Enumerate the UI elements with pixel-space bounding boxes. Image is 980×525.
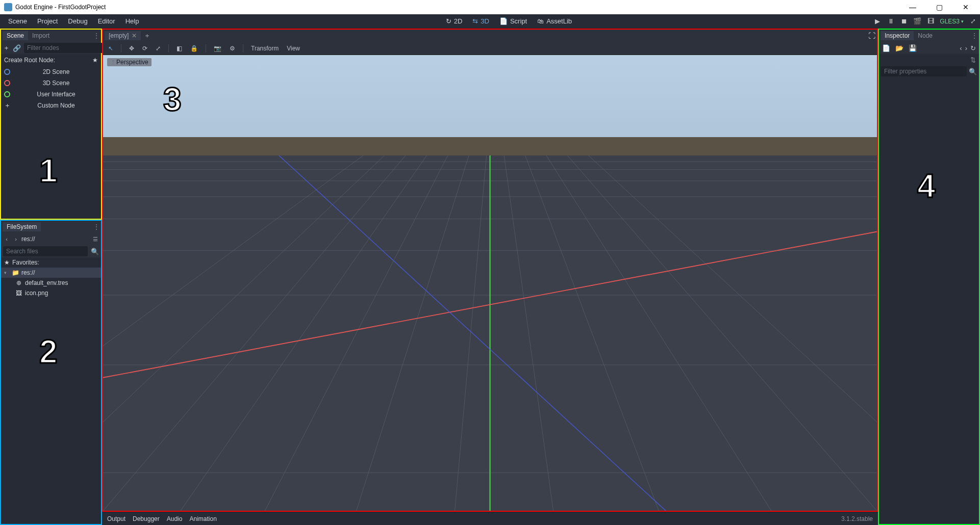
tab-filesystem[interactable]: FileSystem xyxy=(3,222,41,231)
favorite-icon[interactable]: ★ xyxy=(92,57,98,64)
svg-line-8 xyxy=(567,155,877,511)
3d-icon: ⇆ xyxy=(472,17,478,25)
play-scene-button[interactable]: 🎬 xyxy=(913,17,921,25)
maximize-button[interactable]: ▢ xyxy=(929,0,949,14)
workspace-3d-button[interactable]: ⇆3D xyxy=(468,16,493,26)
expand-icon[interactable]: ⤢ xyxy=(969,17,977,25)
tab-scene[interactable]: Scene xyxy=(3,31,28,40)
svg-line-0 xyxy=(103,155,406,511)
2d-icon: ↻ xyxy=(446,17,451,25)
pause-button[interactable]: ⏸ xyxy=(887,17,895,25)
renderer-dropdown[interactable]: GLES3 ▾ xyxy=(940,18,964,25)
gizmo-tool[interactable]: ⚙ xyxy=(228,44,237,53)
search-files-icon[interactable]: 🔍 xyxy=(91,248,99,255)
annotation-2: 2 xyxy=(39,333,58,371)
file-icon-png[interactable]: 🖼icon.png xyxy=(1,288,101,298)
viewport-panel: [empty] ✕ ＋ ⛶ ↖ ✥ ⟳ ⤢ ◧ 🔒 📷 xyxy=(102,29,878,512)
path-display: res:// xyxy=(21,235,90,243)
bottom-audio[interactable]: Audio xyxy=(167,515,183,522)
drag-handle-icon: ⋮ xyxy=(110,59,115,66)
scale-tool[interactable]: ⤢ xyxy=(154,44,163,53)
history-icon[interactable]: ↻ xyxy=(970,44,976,52)
svg-line-6 xyxy=(525,155,659,511)
image-icon: 🖼 xyxy=(15,290,22,297)
new-tab-button[interactable]: ＋ xyxy=(144,31,150,40)
new-resource-icon[interactable]: 📄 xyxy=(882,44,890,52)
favorites-section[interactable]: ★Favorites: xyxy=(1,257,101,268)
split-mode-button[interactable]: ☰ xyxy=(92,236,99,243)
minimize-button[interactable]: — xyxy=(902,0,923,14)
inspector-menu-icon[interactable]: ⋮ xyxy=(971,32,977,40)
menu-bar: Scene Project Debug Editor Help ↻2D ⇆3D … xyxy=(0,14,980,29)
workspace-script-button[interactable]: 📄Script xyxy=(495,16,531,26)
annotation-4: 4 xyxy=(917,167,936,205)
3d-viewport[interactable]: ⋮ Perspective xyxy=(103,55,877,511)
path-forward-button[interactable]: › xyxy=(12,236,19,242)
bottom-animation[interactable]: Animation xyxy=(189,515,216,522)
tree-twist-icon: ▾ xyxy=(4,270,9,275)
scene-panel-menu-icon[interactable]: ⋮ xyxy=(93,32,99,40)
filter-properties-input[interactable] xyxy=(881,66,967,76)
root-3d-scene[interactable]: 3D Scene xyxy=(1,77,101,89)
ground-grid xyxy=(103,155,877,511)
root-custom-node[interactable]: ＋Custom Node xyxy=(1,100,101,111)
transform-menu[interactable]: Transform xyxy=(249,44,281,53)
workspace-assetlib-button[interactable]: 🛍AssetLib xyxy=(533,16,576,26)
tab-import[interactable]: Import xyxy=(28,31,54,40)
stop-button[interactable]: ⏹ xyxy=(900,17,908,25)
search-files-input[interactable] xyxy=(3,246,88,256)
horizon-line xyxy=(103,137,877,155)
perspective-button[interactable]: ⋮ Perspective xyxy=(107,58,152,66)
svg-line-10 xyxy=(103,155,385,422)
filesystem-menu-icon[interactable]: ⋮ xyxy=(93,223,99,231)
filter-nodes-input[interactable] xyxy=(24,43,107,53)
resource-icon: ⊕ xyxy=(15,279,22,286)
menu-debug[interactable]: Debug xyxy=(63,14,92,28)
window-title: Godot Engine - FirstGodotProject xyxy=(15,4,902,11)
svg-line-4 xyxy=(455,155,487,511)
inspector-panel: Inspector Node ⋮ 📄 📂 💾 ‹ › ↻ ⇅ xyxy=(878,29,980,525)
file-default-env[interactable]: ⊕default_env.tres xyxy=(1,278,101,288)
menu-editor[interactable]: Editor xyxy=(93,14,120,28)
svg-line-2 xyxy=(265,155,448,511)
play-custom-button[interactable]: 🎞 xyxy=(926,17,935,25)
filter-search-icon[interactable]: 🔍 xyxy=(969,68,977,75)
bottom-output[interactable]: Output xyxy=(107,515,125,522)
menu-project[interactable]: Project xyxy=(32,14,63,28)
tab-node[interactable]: Node xyxy=(914,31,937,40)
select-tool[interactable]: ↖ xyxy=(106,44,115,53)
tree-root-res[interactable]: ▾📁res:// xyxy=(1,268,101,278)
root-user-interface[interactable]: User Interface xyxy=(1,89,101,100)
scene-tab-empty[interactable]: [empty] ✕ xyxy=(105,31,141,40)
svg-line-1 xyxy=(181,155,427,511)
snap-tool[interactable]: 🔒 xyxy=(188,44,200,53)
root-2d-scene[interactable]: 2D Scene xyxy=(1,66,101,77)
rotate-tool[interactable]: ⟳ xyxy=(140,44,149,53)
svg-line-3 xyxy=(356,155,469,511)
play-button[interactable]: ▶ xyxy=(873,17,882,25)
menu-help[interactable]: Help xyxy=(120,14,144,28)
path-back-button[interactable]: ‹ xyxy=(3,236,10,242)
history-back-icon[interactable]: ‹ xyxy=(960,44,962,52)
history-forward-icon[interactable]: › xyxy=(965,44,967,52)
close-tab-icon[interactable]: ✕ xyxy=(132,32,137,39)
object-properties-icon[interactable]: ⇅ xyxy=(970,56,976,64)
tab-inspector[interactable]: Inspector xyxy=(881,31,914,40)
close-button[interactable]: ✕ xyxy=(956,0,976,14)
local-space-tool[interactable]: ◧ xyxy=(174,44,184,53)
annotation-1: 1 xyxy=(39,152,58,190)
save-resource-icon[interactable]: 💾 xyxy=(909,44,917,52)
menu-scene[interactable]: Scene xyxy=(3,14,32,28)
distraction-free-button[interactable]: ⛶ xyxy=(868,32,875,40)
move-tool[interactable]: ✥ xyxy=(127,44,136,53)
workspace-2d-button[interactable]: ↻2D xyxy=(442,16,467,26)
load-resource-icon[interactable]: 📂 xyxy=(895,44,903,52)
camera-override-tool[interactable]: 📷 xyxy=(212,44,223,53)
add-node-button[interactable]: ＋ xyxy=(3,43,10,52)
filesystem-panel: FileSystem ⋮ ‹ › res:// ☰ 🔍 ★Favorites: … xyxy=(0,220,102,525)
assetlib-icon: 🛍 xyxy=(537,17,544,25)
svg-line-9 xyxy=(589,155,877,422)
bottom-debugger[interactable]: Debugger xyxy=(133,515,160,522)
instance-button[interactable]: 🔗 xyxy=(13,44,21,52)
view-menu[interactable]: View xyxy=(285,44,302,53)
